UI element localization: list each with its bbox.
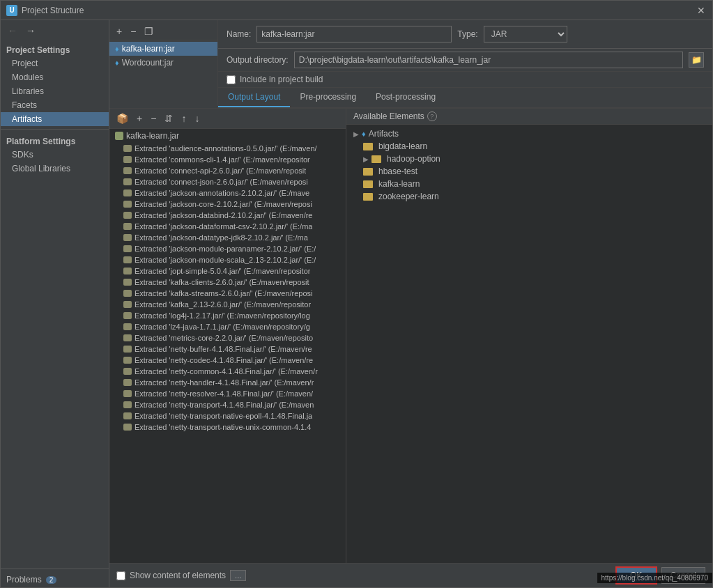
file-list-item[interactable]: Extracted 'metrics-core-2.2.0.jar/' (E:/… xyxy=(109,332,346,343)
window-title: Project Structure xyxy=(22,6,84,15)
remove-file-button[interactable]: − xyxy=(148,111,159,125)
file-list-item[interactable]: Extracted 'jackson-module-scala_2.13-2.1… xyxy=(109,254,346,265)
include-label[interactable]: Include in project build xyxy=(240,75,323,84)
file-list-item[interactable]: Extracted 'jackson-annotations-2.10.2.ja… xyxy=(109,187,346,199)
name-input[interactable] xyxy=(256,26,452,42)
sidebar-item-libraries[interactable]: Libraries xyxy=(1,84,109,98)
sidebar-item-modules[interactable]: Modules xyxy=(1,70,109,84)
file-list-item[interactable]: Extracted 'audience-annotations-0.5.0.ja… xyxy=(109,143,346,154)
avail-item-hadoop-option[interactable]: ▶ hadoop-option xyxy=(346,153,712,165)
file-list-item[interactable]: Extracted 'log4j-1.2.17.jar/' (E:/maven/… xyxy=(109,310,346,321)
avail-item-bigdata-learn[interactable]: bigdata-learn xyxy=(346,140,712,153)
file-list-item[interactable]: Extracted 'netty-transport-native-epoll-… xyxy=(109,410,346,421)
type-label: Type: xyxy=(457,29,477,39)
up-button[interactable]: ↑ xyxy=(178,111,189,125)
sidebar-item-global-libraries[interactable]: Global Libraries xyxy=(1,162,109,176)
file-list-item[interactable]: Extracted 'kafka-streams-2.6.0.jar/' (E:… xyxy=(109,288,346,299)
jar-file-icon xyxy=(123,379,132,386)
show-content-label[interactable]: Show content of elements xyxy=(130,571,226,580)
jar-file-icon xyxy=(123,412,132,419)
artifact-wordcount-label: Wordcount:jar xyxy=(122,58,174,68)
file-list-item[interactable]: Extracted 'jackson-datatype-jdk8-2.10.2.… xyxy=(109,232,346,243)
sort-button[interactable]: ⇵ xyxy=(162,111,176,125)
sidebar-item-artifacts[interactable]: Artifacts xyxy=(1,112,109,126)
file-list-item[interactable]: Extracted 'commons-cli-1.4.jar/' (E:/mav… xyxy=(109,154,346,165)
type-select[interactable]: JAR xyxy=(484,26,567,42)
jar-file-icon xyxy=(123,279,132,286)
jar-file-icon xyxy=(123,346,132,353)
file-list-item[interactable]: Extracted 'lz4-java-1.7.1.jar/' (E:/mave… xyxy=(109,321,346,332)
available-elements-title: Available Elements xyxy=(353,111,424,121)
avail-hbase-label: hbase-test xyxy=(378,167,417,176)
close-button[interactable]: ✕ xyxy=(696,5,707,16)
file-list-item[interactable]: Extracted 'netty-codec-4.1.48.Final.jar/… xyxy=(109,355,346,366)
avail-bigdata-label: bigdata-learn xyxy=(378,141,427,151)
file-list-item[interactable]: Extracted 'netty-transport-native-unix-c… xyxy=(109,421,346,433)
jar-file-icon xyxy=(123,312,132,319)
folder-icon-hadoop xyxy=(371,155,381,163)
sidebar-item-artifacts-label: Artifacts xyxy=(12,114,42,124)
avail-item-hbase-test[interactable]: hbase-test xyxy=(346,165,712,178)
more-options-button[interactable]: ... xyxy=(230,570,246,581)
copy-artifact-button[interactable]: ❐ xyxy=(141,24,156,38)
problems-label: Problems xyxy=(6,575,42,585)
jar-file-icon xyxy=(123,201,132,208)
file-list-item[interactable]: Extracted 'connect-api-2.6.0.jar/' (E:/m… xyxy=(109,165,346,176)
jar-file-icon xyxy=(123,323,132,330)
avail-item-kafka-learn[interactable]: kafka-learn xyxy=(346,178,712,190)
app-icon: U xyxy=(6,5,17,16)
tab-postprocessing[interactable]: Post-processing xyxy=(366,88,445,107)
avail-item-zookeeper-learn[interactable]: zookeeper-learn xyxy=(346,190,712,203)
file-list-item[interactable]: Extracted 'netty-resolver-4.1.48.Final.j… xyxy=(109,388,346,399)
jar-file-icon xyxy=(123,334,132,341)
file-list-item[interactable]: Extracted 'kafka-clients-2.6.0.jar/' (E:… xyxy=(109,277,346,288)
file-list-item[interactable]: Extracted 'netty-transport-4.1.48.Final.… xyxy=(109,399,346,410)
file-list-item[interactable]: Extracted 'jackson-core-2.10.2.jar/' (E:… xyxy=(109,199,346,210)
include-checkbox[interactable] xyxy=(227,75,236,84)
browse-button[interactable]: 📁 xyxy=(689,52,704,68)
jar-file-icon xyxy=(123,234,132,241)
artifact-item-kafka[interactable]: ♦ kafka-learn:jar xyxy=(109,42,217,56)
file-list-item[interactable]: Extracted 'netty-buffer-4.1.48.Final.jar… xyxy=(109,343,346,355)
artifact-item-wordcount[interactable]: ♦ Wordcount:jar xyxy=(109,56,217,70)
back-button[interactable]: ← xyxy=(5,24,20,38)
folder-icon-bigdata xyxy=(363,143,373,150)
tab-output-layout[interactable]: Output Layout xyxy=(218,88,290,107)
file-list-item[interactable]: Extracted 'connect-json-2.6.0.jar/' (E:/… xyxy=(109,176,346,187)
down-button[interactable]: ↓ xyxy=(192,111,202,125)
project-settings-label: Project Settings xyxy=(1,41,109,56)
jar-file-icon xyxy=(123,223,132,230)
expand-arrow-artifacts: ▶ xyxy=(353,130,359,138)
jar-file-icon xyxy=(123,368,132,375)
jar-icon xyxy=(115,132,123,140)
avail-hadoop-label: hadoop-option xyxy=(387,154,440,164)
add-artifact-button[interactable]: + xyxy=(114,24,125,38)
avail-item-artifacts[interactable]: ▶ ♦ Artifacts xyxy=(346,127,712,140)
show-content-checkbox[interactable] xyxy=(116,571,125,580)
file-list-item[interactable]: Extracted 'jopt-simple-5.0.4.jar/' (E:/m… xyxy=(109,265,346,277)
sidebar-item-facets-label: Facets xyxy=(12,100,37,110)
output-dir-input[interactable] xyxy=(294,52,683,68)
add-file-button[interactable]: + xyxy=(134,111,145,125)
file-list-item[interactable]: Extracted 'netty-common-4.1.48.Final.jar… xyxy=(109,366,346,377)
file-list-item[interactable]: Extracted 'jackson-module-paranamer-2.10… xyxy=(109,243,346,254)
tab-preprocessing[interactable]: Pre-processing xyxy=(290,88,366,107)
show-module-button[interactable]: 📦 xyxy=(114,111,131,125)
avail-artifacts-label: Artifacts xyxy=(369,129,399,139)
jar-file-icon xyxy=(123,245,132,252)
sidebar-problems[interactable]: Problems 2 xyxy=(1,572,109,587)
forward-button[interactable]: → xyxy=(23,24,38,38)
file-list-item[interactable]: Extracted 'jackson-databind-2.10.2.jar/'… xyxy=(109,210,346,221)
remove-artifact-button[interactable]: − xyxy=(128,24,139,38)
avail-zookeeper-label: zookeeper-learn xyxy=(378,192,439,201)
sidebar-item-project[interactable]: Project xyxy=(1,56,109,70)
file-list-item[interactable]: Extracted 'jackson-dataformat-csv-2.10.2… xyxy=(109,221,346,232)
file-list-item[interactable]: Extracted 'kafka_2.13-2.6.0.jar/' (E:/ma… xyxy=(109,299,346,310)
jar-file-icon xyxy=(123,268,132,274)
file-root-item[interactable]: kafka-learn.jar xyxy=(109,129,346,143)
folder-icon-zookeeper xyxy=(363,193,373,201)
file-list-item[interactable]: Extracted 'netty-handler-4.1.48.Final.ja… xyxy=(109,377,346,388)
sidebar-item-facets[interactable]: Facets xyxy=(1,98,109,112)
sidebar-item-sdks-label: SDKs xyxy=(12,150,33,160)
sidebar-item-sdks[interactable]: SDKs xyxy=(1,148,109,162)
